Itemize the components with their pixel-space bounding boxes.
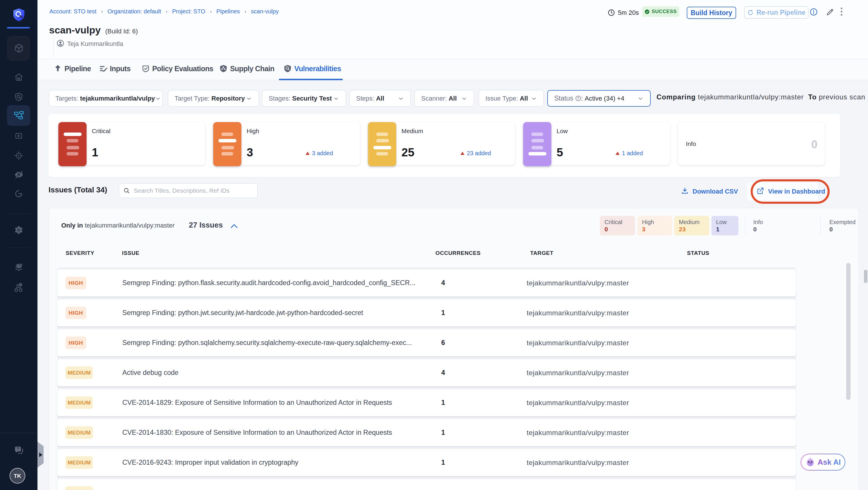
- svg-text:?: ?: [17, 447, 19, 451]
